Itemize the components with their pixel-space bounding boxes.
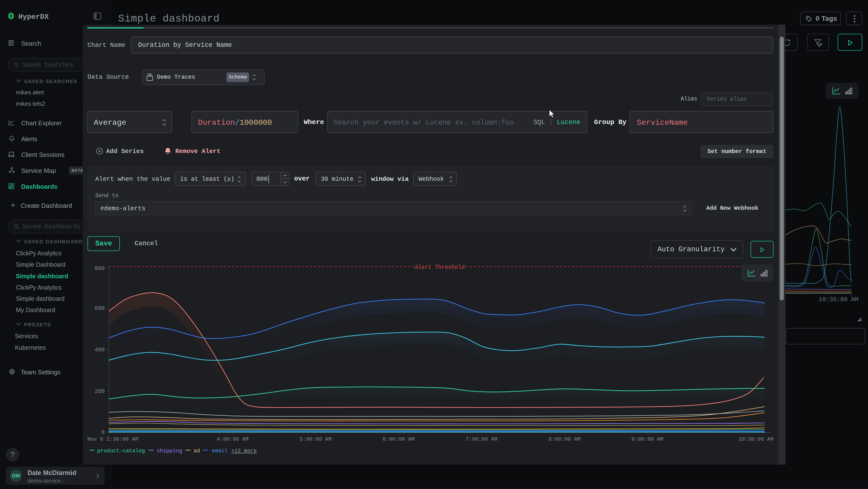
svg-text:+12 more: +12 more <box>231 448 257 454</box>
svg-text:shipping: shipping <box>157 448 182 454</box>
svg-text:400: 400 <box>95 347 105 353</box>
svg-text:10:30:00 AM: 10:30:00 AM <box>739 436 774 442</box>
svg-text:Nov 6 2:30:00 AM: Nov 6 2:30:00 AM <box>87 436 138 442</box>
svg-text:ad: ad <box>194 448 200 454</box>
svg-text:5:00:00 AM: 5:00:00 AM <box>300 436 332 442</box>
svg-text:email: email <box>212 448 227 454</box>
svg-text:10:35:00 AM: 10:35:00 AM <box>818 296 858 303</box>
svg-text:4:00:00 AM: 4:00:00 AM <box>217 436 249 442</box>
svg-text:9:00:00 AM: 9:00:00 AM <box>631 436 663 442</box>
svg-text:800: 800 <box>95 265 105 272</box>
svg-text:6:00:00 AM: 6:00:00 AM <box>383 436 414 442</box>
svg-text:0: 0 <box>101 429 105 436</box>
svg-text:8:00:00 AM: 8:00:00 AM <box>549 436 580 442</box>
svg-text:600: 600 <box>95 305 105 312</box>
svg-text:Alert Threshold: Alert Threshold <box>415 264 465 270</box>
svg-text:200: 200 <box>95 389 105 395</box>
svg-text:7:00:00 AM: 7:00:00 AM <box>466 436 497 442</box>
svg-text:product-catalog: product-catalog <box>97 448 145 454</box>
